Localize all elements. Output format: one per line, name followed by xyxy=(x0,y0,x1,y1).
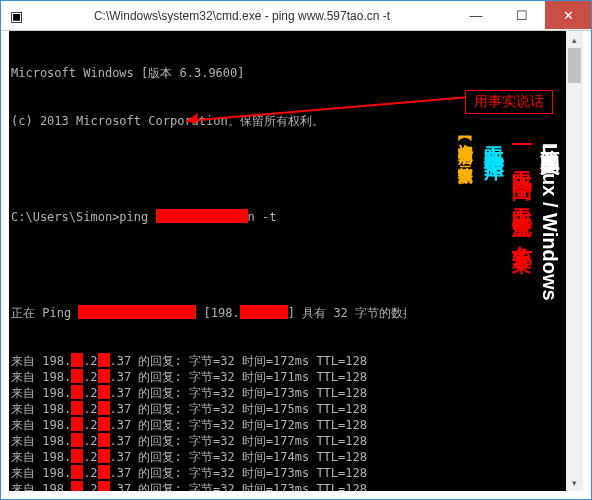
scroll-track[interactable] xyxy=(566,48,583,474)
censored-ip xyxy=(240,305,288,319)
window-title: C:\Windows\system32\cmd.exe - ping www.5… xyxy=(31,9,453,23)
titlebar[interactable]: ▣ C:\Windows\system32\cmd.exe - ping www… xyxy=(1,1,591,31)
ip-prefix: [198. xyxy=(196,306,239,320)
header-line: Microsoft Windows [版本 6.3.9600] xyxy=(11,65,583,81)
pinging-prefix: 正在 Ping xyxy=(11,306,78,320)
close-button[interactable]: ✕ xyxy=(545,1,591,29)
ad-line-4: 【淘宝搜索店铺：云籁数据】 xyxy=(452,131,480,487)
maximize-button[interactable]: ☐ xyxy=(499,1,545,29)
annotation-callout: 用事实说话 xyxy=(465,90,553,114)
prompt-suffix: n -t xyxy=(248,210,277,224)
ad-line-3: 无限数据库 xyxy=(480,131,508,487)
scroll-up-button[interactable]: ▴ xyxy=(566,31,583,48)
cmd-icon: ▣ xyxy=(1,1,31,31)
scroll-down-button[interactable]: ▾ xyxy=(566,474,583,491)
content-area: Microsoft Windows [版本 6.3.9600] (c) 2013… xyxy=(1,31,591,499)
ad-line-1: 云籁美国Linux / Windows xyxy=(536,131,564,487)
ad-overlay: 云籁美国Linux / Windows —无限空间 无限流量 免备案— 无限数据… xyxy=(406,127,566,491)
prompt-prefix: C:\Users\Simon>ping xyxy=(11,210,156,224)
pinging-suffix: ] 具有 32 字节的数据: xyxy=(288,306,423,320)
scroll-thumb[interactable] xyxy=(568,48,581,83)
cmd-window: ▣ C:\Windows\system32\cmd.exe - ping www… xyxy=(0,0,592,500)
ad-line-2: —无限空间 无限流量 免备案— xyxy=(508,131,536,487)
censored-host xyxy=(156,209,248,223)
censored-host xyxy=(78,305,196,319)
scrollbar: ▴ ▾ xyxy=(566,31,583,491)
minimize-button[interactable]: — xyxy=(453,1,499,29)
window-controls: — ☐ ✕ xyxy=(453,1,591,30)
